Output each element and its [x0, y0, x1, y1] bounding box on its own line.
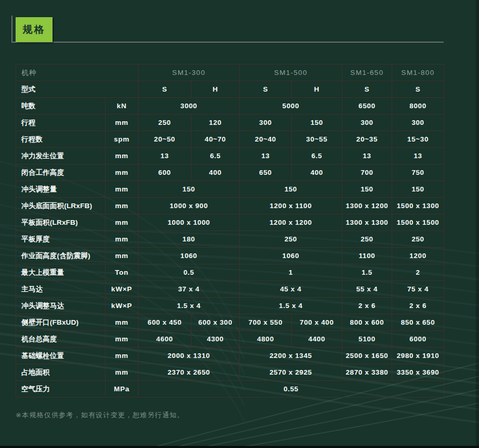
- spec-unit: mm: [106, 331, 138, 348]
- spec-row: 冲头调整量mm150150150150: [16, 181, 444, 198]
- spec-value-cell: 400: [191, 164, 240, 181]
- spec-unit: kW×P: [106, 298, 138, 314]
- spec-value-cell: 1200 x 1100: [240, 198, 342, 214]
- spec-row-label: 机台总高度: [16, 331, 106, 348]
- spec-row: 吨数kN3000500065008000: [16, 98, 444, 114]
- spec-row: 冲头调整马达kW×P1.5 x 41.5 x 42 x 62 x 6: [16, 298, 444, 314]
- spec-value-cell: 150: [240, 181, 342, 198]
- spec-value-cell: 2870 x 3380: [342, 364, 392, 381]
- spec-value-cell: 15~30: [392, 131, 444, 148]
- spec-unit: mm: [106, 181, 138, 198]
- spec-value-cell: 1.5: [342, 264, 392, 281]
- spec-value-cell: 4400: [292, 331, 342, 348]
- spec-row-label: 冲头底面面积(LRxFB): [16, 198, 106, 214]
- spec-unit: mm: [106, 364, 138, 381]
- spec-row-label: 主马达: [16, 281, 106, 298]
- spec-value-cell: 13: [240, 148, 292, 164]
- spec-row: 最大上模重量Ton0.511.52: [16, 264, 444, 281]
- spec-row-label: 行程: [16, 114, 106, 131]
- spec-row: 作业面高度(含防震脚)mm1060106011001200: [16, 248, 444, 264]
- spec-row-label: 最大上模重量: [16, 264, 106, 281]
- spec-unit: mm: [106, 214, 138, 231]
- spec-value-cell: 3350 x 3690: [392, 364, 444, 381]
- spec-value-cell: 300: [342, 114, 392, 131]
- spec-value-cell: 700 x 400: [292, 314, 342, 331]
- machine-row-label: 机种: [16, 65, 138, 81]
- spec-value-cell: 6.5: [292, 148, 342, 164]
- spec-value-cell: 20~50: [138, 131, 191, 148]
- spec-value-cell: 20~35: [342, 131, 392, 148]
- spec-row-label: 冲力发生位置: [16, 148, 106, 164]
- spec-value-cell: 150: [392, 181, 444, 198]
- spec-row: 基础螺栓位置mm2000 x 13102200 x 13452500 x 165…: [16, 348, 444, 364]
- spec-row: 空气压力MPa0.55: [16, 381, 444, 398]
- section-title-badge: 规格: [16, 17, 53, 42]
- spec-value-cell: 250: [392, 231, 444, 248]
- spec-value-cell: 1200: [392, 248, 444, 264]
- spec-row: 冲头底面面积(LRxFB)mm1000 x 9001200 x 11001300…: [16, 198, 444, 214]
- spec-unit: mm: [106, 314, 138, 331]
- spec-unit: MPa: [106, 381, 138, 398]
- spec-value-cell: 2500 x 1650: [342, 348, 392, 364]
- type-cell: S: [240, 81, 292, 98]
- type-cell: H: [191, 81, 240, 98]
- spec-row-label: 平板面积(LRxFB): [16, 214, 106, 231]
- spec-value-cell: 13: [342, 148, 392, 164]
- spec-value-cell: 5000: [240, 98, 342, 114]
- spec-row-label: 冲头调整马达: [16, 298, 106, 314]
- spec-unit: mm: [106, 348, 138, 364]
- spec-value-cell: 1000 x 1000: [138, 214, 240, 231]
- type-cell: S: [342, 81, 392, 98]
- spec-value-cell: 2: [392, 264, 444, 281]
- spec-value-cell: 0.55: [138, 381, 444, 398]
- spec-value-cell: 0.5: [138, 264, 240, 281]
- spec-value-cell: 2980 x 1910: [392, 348, 444, 364]
- spec-value-cell: 40~70: [191, 131, 240, 148]
- spec-value-cell: 30~55: [292, 131, 342, 148]
- spec-value-cell: 150: [138, 181, 240, 198]
- type-cell: S: [392, 81, 444, 98]
- spec-value-cell: 2000 x 1310: [138, 348, 240, 364]
- spec-value-cell: 180: [138, 231, 240, 248]
- spec-value-cell: 700: [342, 164, 392, 181]
- spec-value-cell: 1060: [138, 248, 240, 264]
- spec-value-cell: 1200 x 1200: [240, 214, 342, 231]
- spec-value-cell: 13: [138, 148, 191, 164]
- spec-value-cell: 300: [240, 114, 292, 131]
- spec-unit: Ton: [106, 264, 138, 281]
- spec-row: 行程mm250120300150300300: [16, 114, 444, 131]
- type-row: 型式SHSHSS: [16, 81, 444, 98]
- spec-value-cell: 600 x 450: [138, 314, 191, 331]
- spec-value-cell: 3000: [138, 98, 240, 114]
- spec-value-cell: 800 x 600: [342, 314, 392, 331]
- header-left-tick: [11, 16, 12, 43]
- spec-row-label: 平板厚度: [16, 231, 106, 248]
- spec-value-cell: 1500 x 1500: [392, 214, 444, 231]
- spec-row: 闭合工作高度mm600400650400700750: [16, 164, 444, 181]
- spec-value-cell: 300: [392, 114, 444, 131]
- spec-value-cell: 1: [240, 264, 342, 281]
- machine-row: 机种SM1-300SM1-500SM1-650SM1-800: [16, 65, 444, 81]
- spec-value-cell: 250: [342, 231, 392, 248]
- model-header: SM1-300: [138, 65, 240, 81]
- type-cell: S: [138, 81, 191, 98]
- spec-row: 占地面积mm2370 x 26502570 x 29252870 x 33803…: [16, 364, 444, 381]
- spec-value-cell: 1300 x 1300: [342, 214, 392, 231]
- right-edge-shade: [476, 0, 479, 448]
- section-title: 规格: [23, 23, 46, 36]
- spec-value-cell: 600: [138, 164, 191, 181]
- spec-value-cell: 2 x 6: [342, 298, 392, 314]
- spec-value-cell: 2 x 6: [392, 298, 444, 314]
- spec-value-cell: 750: [392, 164, 444, 181]
- spec-value-cell: 4300: [191, 331, 240, 348]
- spec-value-cell: 6.5: [191, 148, 240, 164]
- spec-row-label: 闭合工作高度: [16, 164, 106, 181]
- type-cell: H: [292, 81, 342, 98]
- spec-value-cell: 75 x 4: [392, 281, 444, 298]
- spec-row: 平板厚度mm180250250250: [16, 231, 444, 248]
- spec-value-cell: 2200 x 1345: [240, 348, 342, 364]
- spec-value-cell: 6500: [342, 98, 392, 114]
- spec-value-cell: 250: [138, 114, 191, 131]
- spec-value-cell: 1100: [342, 248, 392, 264]
- spec-unit: mm: [106, 114, 138, 131]
